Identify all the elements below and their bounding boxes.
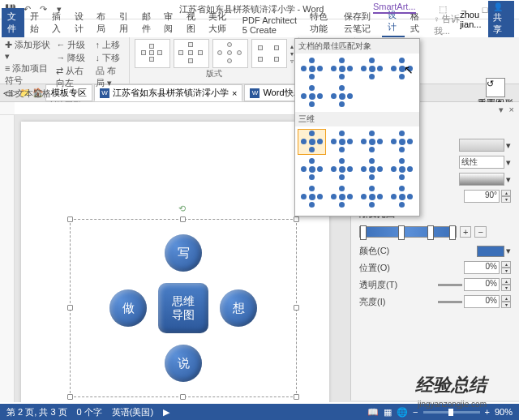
zoom-slider[interactable] — [423, 411, 480, 414]
view-web-icon[interactable]: 🌐 — [397, 407, 408, 418]
move-up-button[interactable]: ↑ 上移 — [96, 39, 125, 51]
layouts-more-icon[interactable]: ▴ — [290, 43, 294, 50]
tab-design[interactable]: 设计 — [69, 8, 92, 37]
spin-down-icon[interactable]: ▾ — [501, 268, 511, 274]
transparency-slider[interactable] — [438, 284, 462, 286]
tab-references[interactable]: 引用 — [114, 8, 136, 37]
style-item[interactable] — [298, 84, 326, 109]
pane-close-icon[interactable]: × — [509, 105, 514, 114]
style-item[interactable] — [388, 184, 417, 210]
tab-layout[interactable]: 布局 — [91, 8, 114, 37]
layouts-expand-icon[interactable]: ▿ — [290, 58, 294, 65]
style-item-selected[interactable] — [298, 129, 326, 155]
spin-down-icon[interactable]: ▾ — [501, 302, 511, 308]
spin-up-icon[interactable]: ▴ — [501, 278, 511, 285]
spin-up-icon[interactable]: ▴ — [501, 261, 511, 268]
style-item[interactable] — [358, 129, 387, 155]
style-item[interactable] — [358, 56, 387, 82]
rtl-button[interactable]: ⇄ 从右向左 — [56, 65, 92, 89]
position-input[interactable]: 0% — [464, 261, 500, 274]
dropdown-icon[interactable]: ▾ — [506, 157, 511, 168]
zoom-thumb[interactable] — [448, 409, 453, 416]
node-center[interactable]: 思维 导图 — [158, 283, 208, 333]
zoom-in-icon[interactable]: + — [485, 407, 490, 417]
layout-thumb-4[interactable] — [251, 39, 287, 68]
style-item[interactable] — [358, 156, 387, 182]
style-item[interactable] — [388, 156, 417, 182]
zoom-value[interactable]: 90% — [495, 407, 513, 417]
word-count[interactable]: 0 个字 — [77, 406, 102, 418]
tab-home[interactable]: 开始 — [24, 8, 47, 37]
style-item[interactable] — [298, 56, 326, 82]
share-button[interactable]: 👤 共享 — [488, 1, 514, 37]
tab-mailings[interactable]: 邮件 — [136, 8, 159, 37]
tab-insert[interactable]: 插入 — [46, 8, 69, 37]
pane-dropdown-icon[interactable]: ▾ — [499, 105, 504, 115]
tab-pdf[interactable]: PDF Architect 5 Create — [237, 13, 305, 37]
resize-handle[interactable] — [294, 394, 299, 400]
style-item[interactable] — [298, 156, 326, 182]
spin-up-icon[interactable]: ▴ — [501, 190, 511, 196]
resize-handle[interactable] — [180, 216, 186, 222]
direction-select[interactable] — [459, 173, 504, 186]
smartart-selection[interactable]: ⟲ 思维 导图 写 想 说 做 — [70, 219, 297, 397]
preset-gradient-select[interactable] — [459, 139, 504, 152]
tab-special[interactable]: 特色功能 — [304, 8, 337, 37]
style-item[interactable] — [328, 184, 356, 210]
add-bullet-button[interactable]: ≡ 添加项目符号 — [5, 62, 53, 87]
tab-view[interactable]: 视图 — [181, 8, 204, 37]
style-item[interactable] — [328, 129, 356, 155]
text-pane-button[interactable]: ▭ 文本窗格 — [5, 88, 53, 100]
node-top[interactable]: 写 — [165, 234, 202, 272]
dropdown-icon[interactable]: ▾ — [506, 140, 511, 151]
brightness-slider[interactable] — [438, 301, 462, 303]
style-item[interactable] — [328, 84, 356, 109]
gradient-stop[interactable] — [398, 225, 405, 240]
tell-me-search[interactable]: ♀ 告诉我... — [434, 13, 460, 37]
angle-input[interactable]: 90° — [464, 190, 500, 203]
tab-file[interactable]: 文件 — [2, 8, 24, 37]
view-read-icon[interactable]: 📖 — [367, 407, 379, 418]
language-status[interactable]: 英语(美国) — [112, 406, 153, 418]
resize-handle[interactable] — [294, 216, 299, 222]
layout-button[interactable]: 品 布局 ▾ — [96, 65, 125, 89]
promote-button[interactable]: ← 升级 — [56, 39, 92, 51]
node-left[interactable]: 做 — [109, 289, 147, 327]
zoom-out-icon[interactable]: − — [413, 407, 418, 417]
node-bottom[interactable]: 说 — [165, 345, 202, 382]
move-down-button[interactable]: ↓ 下移 — [96, 52, 125, 64]
demote-button[interactable]: → 降级 — [56, 52, 92, 64]
brightness-input[interactable]: 0% — [464, 295, 500, 308]
resize-handle[interactable] — [67, 394, 73, 400]
layout-thumb-2[interactable] — [174, 39, 209, 68]
user-name[interactable]: zhou jian... — [460, 10, 483, 29]
tab-close-icon[interactable]: × — [232, 88, 237, 98]
transparency-input[interactable]: 0% — [464, 278, 500, 291]
gradient-stop[interactable] — [427, 225, 434, 240]
resize-handle[interactable] — [180, 394, 186, 400]
gradient-stop[interactable] — [449, 225, 456, 240]
dropdown-icon[interactable]: ▾ — [506, 246, 511, 256]
node-right[interactable]: 想 — [220, 289, 257, 327]
spin-down-icon[interactable]: ▾ — [501, 285, 511, 291]
resize-handle[interactable] — [294, 305, 299, 311]
type-select[interactable]: 线性 — [459, 156, 504, 169]
spin-up-icon[interactable]: ▴ — [501, 295, 511, 302]
remove-stop-icon[interactable]: − — [474, 226, 486, 238]
dropdown-icon[interactable]: ▾ — [506, 174, 511, 185]
macro-icon[interactable]: ▶ — [163, 407, 169, 418]
tab-beautify[interactable]: 美化大师 — [203, 8, 236, 37]
spin-down-icon[interactable]: ▾ — [501, 196, 511, 203]
style-item[interactable] — [328, 156, 356, 182]
rotate-handle-icon[interactable]: ⟲ — [178, 204, 188, 213]
style-item[interactable] — [328, 56, 356, 82]
layout-thumb-1[interactable] — [135, 39, 170, 68]
style-item[interactable] — [358, 184, 387, 210]
gradient-stop[interactable] — [360, 225, 367, 240]
tab-review[interactable]: 审阅 — [158, 8, 181, 37]
color-swatch[interactable] — [477, 246, 504, 257]
style-item[interactable] — [298, 184, 326, 210]
resize-handle[interactable] — [67, 216, 73, 222]
add-stop-icon[interactable]: + — [460, 226, 471, 238]
resize-handle[interactable] — [67, 305, 73, 311]
